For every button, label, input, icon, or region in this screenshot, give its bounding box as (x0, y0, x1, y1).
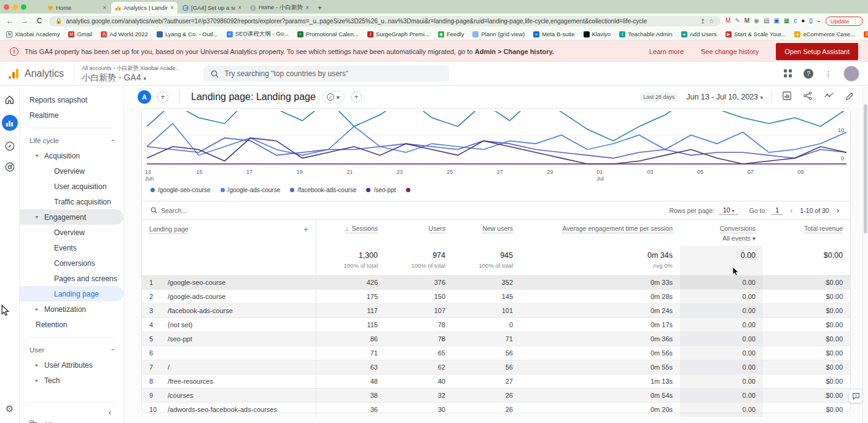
advertising-icon[interactable] (4, 161, 15, 173)
legend-item[interactable]: /google-seo-course (151, 187, 211, 193)
share-page-icon[interactable]: ↥ (700, 18, 705, 25)
sidebar-item-retention[interactable]: Retention (20, 317, 123, 332)
bookmark-item[interactable]: Klaviyo (584, 31, 611, 37)
edit-icon[interactable] (845, 91, 854, 103)
sidebar-item-traffic-acquisition[interactable]: Traffic acquisition (20, 194, 123, 209)
column-header-sessions[interactable]: ↓ Sessions (316, 220, 385, 246)
legend-item[interactable] (406, 188, 410, 192)
sidebar-item-tech[interactable]: ▸Tech (20, 373, 123, 388)
insights-icon[interactable] (824, 91, 834, 103)
column-header-landing-page[interactable]: Landing page+ (142, 220, 316, 246)
open-setup-assistant-button[interactable]: Open Setup Assistant (776, 43, 858, 60)
browser-tab[interactable]: Home - 小白新势学院× (246, 2, 313, 14)
browser-menu-icon[interactable]: ⋮ (853, 18, 859, 25)
bookmark-item[interactable]: ◆Feedly (438, 31, 464, 37)
caret-right-icon[interactable]: ▸ (36, 306, 41, 312)
close-window-button[interactable] (4, 4, 9, 10)
explore-icon[interactable] (4, 141, 15, 152)
user-avatar[interactable] (843, 66, 859, 82)
extension-icon[interactable]: ▤ (764, 18, 769, 24)
nav-section-user[interactable]: User› (20, 343, 123, 357)
sidebar-item-pages-and-screens[interactable]: Pages and screens (20, 271, 123, 286)
browser-tab[interactable]: Home× (44, 2, 110, 14)
sidebar-item-reports-snapshot[interactable]: Reports snapshot (20, 92, 123, 107)
sidebar-item-user-attributes[interactable]: ▸User Attributes (20, 357, 123, 373)
extension-icon[interactable]: ▯ (809, 18, 813, 24)
table-row[interactable]: 67165560m 56s0.00$0.00 (142, 346, 850, 360)
extension-icon[interactable]: ◒ (817, 18, 821, 24)
column-header-total-revenue[interactable]: Total revenue (763, 220, 850, 246)
table-row[interactable]: 4(not set)1157800m 17s0.00$0.00 (142, 318, 850, 332)
legend-item[interactable]: /seo-ppt (366, 187, 396, 193)
column-header-new-users[interactable]: New users (453, 220, 520, 246)
tab-close-icon[interactable]: × (103, 4, 106, 11)
analytics-logo-icon[interactable] (9, 69, 18, 79)
see-change-history-link[interactable]: See change history (701, 48, 759, 55)
bookmark-item[interactable]: AAd World 2022 (101, 31, 148, 37)
caret-down-icon[interactable]: ▾ (36, 153, 41, 158)
tab-close-icon[interactable]: × (238, 4, 241, 11)
collapse-nav-icon[interactable]: ‹ (20, 403, 123, 423)
apps-grid-icon[interactable] (784, 69, 792, 78)
events-filter-dropdown[interactable]: All events ▾ (687, 235, 756, 242)
sidebar-item-overview[interactable]: Overview (20, 225, 123, 240)
extension-icon[interactable]: ▣ (773, 18, 779, 24)
search-input[interactable]: Try searching "top countries by users" (203, 66, 449, 82)
legend-item[interactable]: /google-ads-course (221, 187, 281, 193)
tab-close-icon[interactable]: × (305, 4, 309, 11)
more-options-icon[interactable]: ⋮ (824, 69, 832, 79)
bookmark-star-icon[interactable]: ☆ (709, 18, 714, 25)
chrome-update-button[interactable]: Update ⋮ (826, 17, 863, 26)
scrollbar-thumb[interactable] (864, 104, 867, 233)
bookmark-item[interactable]: ●Add Users (681, 31, 717, 37)
sidebar-item-acquisition[interactable]: ▾Acquisition (20, 148, 123, 163)
table-row[interactable]: 10/adwords-seo-facebook-ads-courses36302… (142, 403, 850, 417)
feedback-button[interactable] (848, 389, 863, 403)
date-range-picker[interactable]: Jun 13 - Jul 10, 2023 ▾ (686, 93, 763, 101)
table-row[interactable]: 8/free-resources4840271m 13s0.00$0.00 (142, 374, 850, 389)
bookmark-item[interactable]: +Promotional Calen... (297, 31, 359, 37)
sidebar-item-engagement[interactable]: ▾Engagement (20, 209, 123, 225)
add-filter-icon[interactable]: + (351, 91, 362, 103)
account-switcher[interactable]: All accounts › 小白新势 Xiaobai Acade.. 小白新势… (74, 64, 179, 83)
column-header-conversions[interactable]: ConversionsAll events ▾ (680, 220, 763, 246)
bookmark-item[interactable]: tTeachable Admin (619, 31, 672, 37)
table-row[interactable]: 5/seo-ppt8678710m 36s0.00$0.00 (142, 332, 850, 346)
caret-right-icon[interactable]: ▸ (36, 378, 41, 383)
browser-tab[interactable]: Analytics | Landing page: Land× (111, 2, 178, 14)
bookmark-item[interactable]: ▶Start & Scale Your... (725, 31, 786, 37)
bookmark-item[interactable]: JSurgeGraph Premi... (367, 31, 429, 37)
bookmark-item[interactable]: ≡SEO课程大纲 - Go... (227, 30, 289, 38)
table-row[interactable]: 7/6362560m 55s0.00$0.00 (142, 360, 850, 374)
table-row[interactable]: 2/google-ads-course1751501450m 28s0.00$0… (142, 290, 850, 304)
extension-icon[interactable]: ● (801, 18, 805, 24)
extension-icon[interactable]: M (725, 18, 730, 24)
home-icon[interactable] (4, 95, 15, 105)
extension-icon[interactable]: M (745, 18, 749, 24)
back-button[interactable]: ← (5, 17, 15, 25)
reports-icon[interactable] (2, 115, 18, 131)
bookmark-item[interactable]: NXiaobai Academy (6, 31, 60, 37)
column-header-average-engagement-time-per-session[interactable]: Average engagement time per session (520, 220, 680, 246)
sidebar-item-landing-page[interactable]: Landing page (20, 286, 123, 301)
banner-admin-link[interactable]: Admin > Change history. (475, 48, 554, 55)
goto-page-input[interactable]: 1 (772, 206, 783, 215)
table-row[interactable]: 3/facebook-ads-course1171071010m 24s0.00… (142, 304, 850, 318)
sidebar-item-user-acquisition[interactable]: User acquisition (20, 179, 123, 194)
page-scrollbar[interactable] (862, 86, 868, 423)
sidebar-item-realtime[interactable]: Realtime (20, 107, 123, 123)
nav-section-life-cycle[interactable]: Life cycle› (20, 133, 123, 148)
extension-icon[interactable]: ▦ (784, 18, 789, 24)
column-header-users[interactable]: Users (385, 220, 453, 246)
extension-icon[interactable]: c (794, 18, 797, 24)
sidebar-item-events[interactable]: Events (20, 240, 123, 255)
table-row[interactable]: 9/courses3832260m 54s0.00$0.00 (142, 389, 850, 403)
extension-icon[interactable]: ✎ (735, 18, 740, 24)
table-row[interactable]: 1/google-seo-course4263763520m 33s0.00$0… (142, 276, 850, 290)
address-bar[interactable]: 🔒 analytics.google.com/analytics/web/?au… (49, 16, 721, 26)
bookmark-item[interactable]: ●eCommerce Case... (794, 31, 854, 37)
rows-per-page-select[interactable]: 10 ▾ (719, 206, 738, 215)
prev-page-icon[interactable]: ‹ (788, 206, 795, 215)
reload-button[interactable]: C (34, 17, 44, 25)
caret-down-icon[interactable]: ▾ (36, 214, 41, 220)
